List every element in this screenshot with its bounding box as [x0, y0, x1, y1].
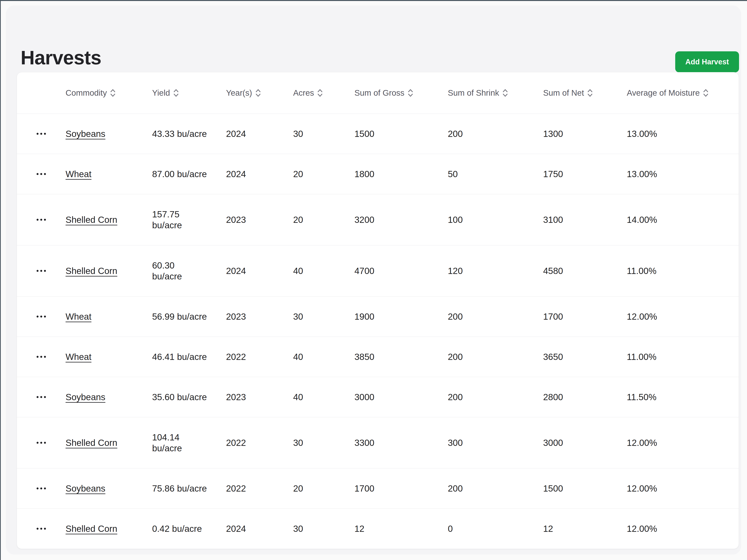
sum-of-net-cell: 1750: [543, 154, 627, 194]
sum-of-gross-cell: 1700: [355, 469, 448, 508]
yield-value: 43.33: [152, 129, 175, 139]
yield-value: 46.41: [152, 352, 175, 362]
years-cell: 2023: [226, 200, 293, 240]
column-header-commodity[interactable]: Commodity: [66, 88, 152, 98]
ellipsis-menu-icon[interactable]: [35, 218, 47, 222]
dot: [40, 219, 42, 221]
column-header-shrink[interactable]: Sum of Shrink: [448, 88, 543, 98]
yield-value: 56.99: [152, 312, 175, 322]
ellipsis-menu-icon[interactable]: [35, 132, 47, 136]
column-header-net[interactable]: Sum of Net: [543, 88, 627, 98]
yield-cell: 87.00 bu/acre: [152, 154, 226, 194]
yield-value: 75.86: [152, 483, 175, 494]
years-cell: 2024: [226, 114, 293, 154]
column-header-gross[interactable]: Sum of Gross: [355, 88, 448, 98]
table-row-8: Soybeans 75.86 bu/acre 2022 20 1700 200 …: [17, 469, 739, 509]
sum-of-gross-cell: 1900: [355, 296, 448, 337]
sum-of-net-cell: 4580: [543, 251, 627, 291]
window-frame-left-edge: [0, 0, 1, 560]
table-body: Soybeans 43.33 bu/acre 2024 30 1500 200 …: [17, 114, 739, 549]
moisture-cell: 11.00%: [627, 337, 739, 377]
sort-chevrons-icon: [408, 88, 413, 98]
acres-cell: 30: [293, 114, 355, 154]
yield-value: 0.42: [152, 524, 170, 534]
commodity-link[interactable]: Wheat: [66, 169, 92, 179]
dot: [36, 173, 38, 175]
sum-of-gross-cell: 3200: [355, 200, 448, 240]
yield-value: 60.30: [152, 260, 175, 270]
sort-chevrons-icon: [703, 88, 709, 98]
acres-cell: 30: [293, 296, 355, 337]
commodity-link[interactable]: Wheat: [66, 352, 92, 362]
years-cell: 2022: [226, 469, 293, 508]
commodity-link[interactable]: Soybeans: [66, 483, 105, 494]
commodity-link[interactable]: Soybeans: [66, 129, 105, 139]
moisture-cell: 11.50%: [627, 377, 739, 417]
sum-of-shrink-cell: 200: [448, 114, 543, 154]
table-row-0: Soybeans 43.33 bu/acre 2024 30 1500 200 …: [17, 114, 739, 154]
moisture-cell: 13.00%: [627, 114, 739, 154]
ellipsis-menu-icon[interactable]: [35, 486, 47, 490]
dot: [36, 442, 38, 444]
yield-unit: bu/acre: [177, 483, 207, 494]
dot: [44, 173, 46, 175]
acres-cell: 40: [293, 337, 355, 377]
acres-cell: 20: [293, 469, 355, 508]
column-header-acres[interactable]: Acres: [293, 88, 355, 98]
ellipsis-menu-icon[interactable]: [35, 441, 47, 445]
dot: [44, 316, 46, 318]
column-header-moisture[interactable]: Average of Moisture: [627, 88, 739, 98]
acres-cell: 30: [293, 423, 355, 463]
commodity-cell: Soybeans: [66, 469, 152, 508]
commodity-link[interactable]: Shelled Corn: [66, 438, 117, 448]
commodity-link[interactable]: Soybeans: [66, 392, 105, 402]
sum-of-gross-cell: 3850: [355, 337, 448, 377]
ellipsis-menu-icon[interactable]: [35, 172, 47, 176]
column-header-years[interactable]: Year(s): [226, 88, 293, 98]
yield-cell: 56.99 bu/acre: [152, 296, 226, 337]
ellipsis-menu-icon[interactable]: [35, 395, 47, 399]
sort-chevrons-icon: [110, 88, 116, 98]
commodity-cell: Shelled Corn: [66, 251, 152, 291]
commodity-cell: Shelled Corn: [66, 423, 152, 463]
moisture-cell: 13.00%: [627, 154, 739, 194]
ellipsis-menu-icon[interactable]: [35, 355, 47, 359]
column-header-yield[interactable]: Yield: [152, 88, 226, 98]
yield-unit: bu/acre: [177, 129, 207, 139]
column-header-label: Acres: [293, 88, 314, 98]
commodity-link[interactable]: Shelled Corn: [66, 215, 117, 225]
yield-unit: bu/acre: [177, 392, 207, 402]
dot: [44, 270, 46, 272]
dot: [44, 442, 46, 444]
row-menu-cell: [17, 426, 66, 459]
row-menu-cell: [17, 203, 66, 236]
dot: [36, 270, 38, 272]
yield-unit: bu/acre: [152, 220, 226, 231]
add-harvest-button[interactable]: Add Harvest: [675, 51, 739, 72]
row-menu-cell: [17, 117, 66, 151]
years-cell: 2024: [226, 154, 293, 194]
yield-cell: 0.42 bu/acre: [152, 509, 226, 549]
dot: [36, 356, 38, 358]
yield-cell: 46.41 bu/acre: [152, 337, 226, 377]
row-menu-cell: [17, 512, 66, 545]
table-row-3: Shelled Corn 60.30 bu/acre 2024 40 4700 …: [17, 245, 739, 296]
yield-cell: 75.86 bu/acre: [152, 469, 226, 508]
years-cell: 2024: [226, 251, 293, 291]
ellipsis-menu-icon[interactable]: [35, 314, 47, 319]
ellipsis-menu-icon[interactable]: [35, 269, 47, 273]
commodity-link[interactable]: Wheat: [66, 312, 92, 322]
harvests-table-card: Commodity Yield Year(s) Acres Sum of Gro…: [17, 72, 739, 549]
dot: [44, 356, 46, 358]
sum-of-shrink-cell: 300: [448, 423, 543, 463]
commodity-link[interactable]: Shelled Corn: [66, 266, 117, 276]
table-row-5: Wheat 46.41 bu/acre 2022 40 3850 200 365…: [17, 337, 739, 377]
dot: [44, 396, 46, 398]
dot: [40, 316, 42, 318]
commodity-link[interactable]: Shelled Corn: [66, 524, 117, 534]
dot: [40, 270, 42, 272]
ellipsis-menu-icon[interactable]: [35, 527, 47, 531]
table-row-1: Wheat 87.00 bu/acre 2024 20 1800 50 1750…: [17, 154, 739, 194]
dot: [36, 487, 38, 489]
sum-of-shrink-cell: 100: [448, 200, 543, 240]
